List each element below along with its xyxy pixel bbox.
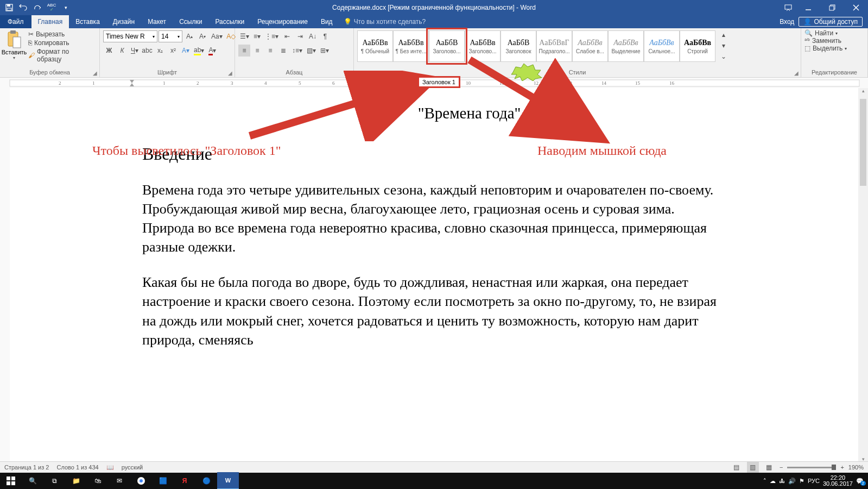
style-item-9[interactable]: АаБбВвСтрогий xyxy=(680,30,715,62)
style-item-7[interactable]: АаБбВвВыделение xyxy=(608,30,644,62)
tray-expand-icon[interactable]: ˄ xyxy=(763,478,766,485)
language-indicator[interactable]: русский xyxy=(122,464,143,471)
align-center-icon[interactable]: ≡ xyxy=(251,45,263,57)
styles-more-icon[interactable]: ⌄ xyxy=(718,51,730,62)
word-count[interactable]: Слово 1 из 434 xyxy=(56,464,98,471)
chrome-icon[interactable] xyxy=(130,473,152,489)
cut-button[interactable]: ✂Вырезать xyxy=(28,30,95,38)
yandex-icon[interactable]: Я xyxy=(174,473,195,489)
font-launcher-icon[interactable]: ◢ xyxy=(227,70,233,76)
borders-icon[interactable]: ⊞▾ xyxy=(319,45,331,57)
share-button[interactable]: 👤 Общий доступ xyxy=(799,17,863,27)
save-icon[interactable] xyxy=(3,2,15,14)
spellcheck-icon[interactable]: ABC✓ xyxy=(46,2,58,14)
style-item-6[interactable]: АаБбВвСлабое в... xyxy=(572,30,608,62)
web-layout-view-icon[interactable]: ▦ xyxy=(763,461,775,473)
taskbar-clock[interactable]: 22:20 30.06.2017 xyxy=(823,475,853,487)
text-effects-icon[interactable]: A▾ xyxy=(180,45,191,57)
app-icon-2[interactable]: 🔵 xyxy=(195,473,217,489)
shrink-font-icon[interactable]: A▾ xyxy=(197,30,208,42)
align-right-icon[interactable]: ≡ xyxy=(264,45,276,57)
input-language[interactable]: РУС xyxy=(808,478,820,484)
zoom-level[interactable]: 190% xyxy=(848,464,864,471)
styles-scroll-down-icon[interactable]: ▾ xyxy=(718,40,730,51)
vertical-ruler[interactable] xyxy=(0,88,10,462)
start-button[interactable] xyxy=(0,473,22,489)
zoom-out-icon[interactable]: − xyxy=(780,464,783,471)
line-spacing-icon[interactable]: ↕≡▾ xyxy=(290,45,304,57)
align-left-icon[interactable]: ≡ xyxy=(238,45,250,57)
replace-button[interactable]: ᵃᵇЗаменить xyxy=(804,37,841,45)
task-view-icon[interactable]: ⧉ xyxy=(43,473,65,489)
restore-icon[interactable] xyxy=(820,0,844,15)
multilevel-list-icon[interactable]: ⋮≡▾ xyxy=(263,30,280,42)
zoom-in-icon[interactable]: + xyxy=(840,464,844,471)
tab-references[interactable]: Ссылки xyxy=(173,15,208,28)
search-taskbar-icon[interactable]: 🔍 xyxy=(22,473,43,489)
read-mode-view-icon[interactable]: ▤ xyxy=(731,461,743,473)
numbering-icon[interactable]: ≡▾ xyxy=(252,30,262,42)
zoom-slider[interactable] xyxy=(787,467,836,468)
print-layout-view-icon[interactable]: ▥ xyxy=(747,461,759,473)
decrease-indent-icon[interactable]: ⇤ xyxy=(281,30,293,42)
subscript-icon[interactable]: x₂ xyxy=(154,45,166,57)
redo-icon[interactable] xyxy=(31,2,43,14)
strikethrough-icon[interactable]: abc xyxy=(141,45,153,57)
minimize-icon[interactable] xyxy=(796,0,820,15)
ribbon-options-icon[interactable] xyxy=(780,0,796,15)
paragraph-2[interactable]: Какая бы не была погода во дворе, будь т… xyxy=(142,273,726,349)
styles-scroll-up-icon[interactable]: ▴ xyxy=(718,29,730,40)
paragraph-1[interactable]: Времена года это четыре удивительных сез… xyxy=(142,180,726,256)
tab-review[interactable]: Рецензирование xyxy=(251,15,314,28)
styles-launcher-icon[interactable]: ◢ xyxy=(793,70,800,76)
bullets-icon[interactable]: ☰▾ xyxy=(238,30,251,42)
show-marks-icon[interactable]: ¶ xyxy=(319,30,331,42)
italic-button[interactable]: К xyxy=(116,45,128,57)
shading-icon[interactable]: ▧▾ xyxy=(305,45,318,57)
justify-icon[interactable]: ≣ xyxy=(277,45,289,57)
style-item-3[interactable]: АаБбВвЗаголово... xyxy=(465,30,500,62)
app-icon-1[interactable]: 🟦 xyxy=(152,473,174,489)
paragraph-launcher-icon[interactable]: ◢ xyxy=(346,70,352,76)
undo-icon[interactable] xyxy=(17,2,29,14)
scrollbar-thumb[interactable] xyxy=(860,99,866,186)
style-item-5[interactable]: АаБбВвГПодзаголо... xyxy=(536,30,572,62)
find-button[interactable]: 🔍Найти▾ xyxy=(804,29,838,37)
increase-indent-icon[interactable]: ⇥ xyxy=(294,30,306,42)
tab-insert[interactable]: Вставка xyxy=(69,15,106,28)
clipboard-launcher-icon[interactable]: ◢ xyxy=(92,70,98,76)
underline-button[interactable]: Ч▾ xyxy=(129,45,140,57)
tray-icon[interactable]: ⚑ xyxy=(799,478,804,485)
tab-design[interactable]: Дизайн xyxy=(106,15,141,28)
tell-me-search[interactable]: 💡 Что вы хотите сделать? xyxy=(344,15,426,28)
font-size-combo[interactable]: 14 ▾ xyxy=(159,30,182,42)
sign-in-link[interactable]: Вход xyxy=(780,18,794,26)
tab-layout[interactable]: Макет xyxy=(141,15,173,28)
qat-more-icon[interactable]: ▾ xyxy=(60,2,72,14)
network-icon[interactable]: 🖧 xyxy=(779,478,785,484)
paste-button[interactable]: Вставить ▾ xyxy=(2,29,26,60)
font-name-combo[interactable]: Times New R ▾ xyxy=(103,30,157,42)
style-item-0[interactable]: АаБбВв¶ Обычный xyxy=(357,30,393,62)
store-icon[interactable]: 🛍 xyxy=(87,473,109,489)
action-center-icon[interactable]: 💬2 xyxy=(856,478,864,485)
grow-font-icon[interactable]: A▴ xyxy=(183,30,195,42)
bold-button[interactable]: Ж xyxy=(103,45,115,57)
style-item-8[interactable]: АаБбВвСильное... xyxy=(644,30,680,62)
style-item-4[interactable]: АаБбВЗаголовок xyxy=(500,30,536,62)
mail-icon[interactable]: ✉ xyxy=(109,473,130,489)
change-case-icon[interactable]: Aa▾ xyxy=(210,30,224,42)
document-title-text[interactable]: "Времена года" xyxy=(142,104,726,122)
onedrive-icon[interactable]: ☁ xyxy=(770,478,776,485)
word-taskbar-icon[interactable]: W xyxy=(217,472,239,489)
superscript-icon[interactable]: x² xyxy=(167,45,179,57)
format-painter-button[interactable]: 🖌Формат по образцу xyxy=(28,48,95,63)
vertical-scrollbar[interactable]: ▴ ▾ xyxy=(858,88,868,462)
volume-icon[interactable]: 🔊 xyxy=(788,478,796,485)
style-item-2[interactable]: АаБбВЗаголово... xyxy=(429,30,465,62)
tab-view[interactable]: Вид xyxy=(314,15,339,28)
proofing-icon[interactable]: 📖 xyxy=(106,464,114,471)
highlight-color-icon[interactable]: ab▾ xyxy=(192,45,206,57)
font-color-icon[interactable]: A▾ xyxy=(207,45,218,57)
copy-button[interactable]: ⎘Копировать xyxy=(28,39,95,47)
